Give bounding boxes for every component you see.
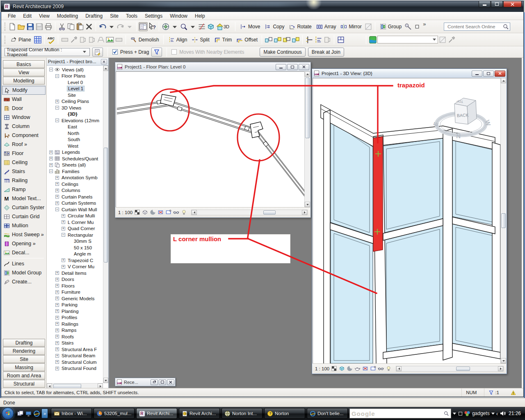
collapse-icon[interactable]: −	[49, 68, 53, 71]
expand-icon[interactable]: +	[55, 347, 59, 351]
expand-icon[interactable]: +	[55, 195, 59, 199]
work-plane-button[interactable]: Plane	[8, 35, 33, 44]
expand-icon[interactable]: +	[55, 278, 59, 281]
collapse-icon[interactable]: −	[55, 106, 59, 110]
menu-modelling[interactable]: Modelling	[54, 12, 81, 20]
context-help-icon[interactable]: ?	[148, 22, 157, 31]
expand-icon[interactable]: +	[55, 189, 59, 192]
tree-item-railings[interactable]: +Railings	[47, 321, 103, 327]
tree-item-views-all[interactable]: −Views (all)	[47, 66, 103, 73]
child3d-minimize-icon[interactable]	[472, 71, 482, 77]
tree-item-floors[interactable]: +Floors	[47, 283, 103, 289]
split-face-icon[interactable]	[336, 35, 345, 44]
tree-item-structural-beam[interactable]: +Structural Beam	[47, 353, 103, 359]
tree-item-profiles[interactable]: +Profiles	[47, 315, 103, 321]
browser-vertical-scrollbar[interactable]	[103, 66, 108, 383]
default-3d-view-icon[interactable]	[215, 22, 224, 31]
paste-icon[interactable]	[75, 22, 84, 31]
fp-scroll-down-icon[interactable]	[305, 202, 310, 207]
design-tab-massing[interactable]: Massing	[3, 363, 45, 371]
menu-tools[interactable]: Tools	[123, 12, 141, 20]
menu-settings[interactable]: Settings	[142, 12, 166, 20]
sidebar-item-curtain-grid[interactable]: Curtain Grid	[1, 212, 46, 221]
scroll-up-icon[interactable]	[103, 66, 108, 71]
fp-hscroll-thumb[interactable]	[263, 210, 276, 215]
filter-button[interactable]	[151, 48, 162, 57]
tree-item-curtain-wall-mull[interactable]: −Curtain Wall Mull	[47, 206, 103, 213]
fp-scroll-right-icon[interactable]	[302, 210, 307, 215]
thin-lines-icon[interactable]	[197, 22, 206, 31]
sidebar-item-roof[interactable]: Roof »	[1, 140, 46, 149]
tree-item-structural-area-f[interactable]: +Structural Area F	[47, 346, 103, 353]
child-close-icon[interactable]	[299, 64, 309, 70]
tree-item-curtain-panels[interactable]: +Curtain Panels	[47, 194, 103, 200]
tree-item-elevations-12mm[interactable]: −Elevations (12mm	[47, 117, 103, 124]
volume-icon[interactable]	[500, 410, 506, 417]
toolbar-grip-2[interactable]	[5, 36, 6, 44]
view-3d-canvas[interactable]: E W N TOP BACK	[313, 78, 501, 364]
tree-item-columns[interactable]: +Columns	[47, 187, 103, 194]
sidebar-item-component[interactable]: Component	[1, 131, 46, 140]
reveal-hidden-icon-3d[interactable]	[378, 365, 384, 372]
toolbar-overflow-chevron[interactable]: »	[422, 21, 427, 27]
sidebar-item-lines[interactable]: Lines	[1, 259, 46, 268]
view-3d-hscrollbar[interactable]	[396, 366, 504, 372]
design-tab-rendering[interactable]: Rendering	[3, 347, 45, 355]
new-document-icon[interactable]	[8, 22, 17, 31]
expand-icon[interactable]: +	[55, 341, 59, 345]
tree-item-generic-models[interactable]: +Generic Models	[47, 295, 103, 302]
restore-group-icon[interactable]	[413, 22, 422, 31]
sidebar-item-model-text[interactable]: MModel Text...	[1, 194, 46, 203]
taskbar-task-6-don-t-belie[interactable]: Don't belie...	[307, 408, 348, 419]
expand-icon[interactable]: +	[49, 151, 53, 154]
edit-cuts-icon[interactable]	[314, 35, 323, 44]
deskbar-search-icon[interactable]	[443, 411, 449, 416]
floor-plan-titlebar[interactable]: RVT Project1 - Floor Plan: Level 0	[115, 62, 310, 71]
child3d-maximize-icon[interactable]	[483, 71, 494, 77]
tree-item-planting[interactable]: +Planting	[47, 308, 103, 315]
sidebar-item-host-sweep[interactable]: Host Sweep »	[1, 230, 46, 239]
expand-icon[interactable]: +	[55, 284, 59, 288]
expand-icon[interactable]: +	[55, 322, 59, 326]
internet-explorer-icon[interactable]	[33, 410, 40, 417]
design-tab-structural[interactable]: Structural	[3, 380, 45, 388]
tree-item-site[interactable]: Site	[47, 92, 103, 98]
start-button[interactable]	[2, 407, 14, 420]
sidebar-item-decal[interactable]: Decal...	[1, 248, 46, 257]
open-icon[interactable]	[17, 22, 26, 31]
v3-scroll-left-icon[interactable]	[396, 366, 402, 371]
expand-icon[interactable]: +	[55, 309, 59, 313]
project-browser-toggle-icon[interactable]	[139, 22, 148, 31]
taskbar-task-4-norton-int[interactable]: Norton Int...	[221, 408, 262, 419]
spelling-icon[interactable]: ABC	[47, 35, 56, 44]
make-continuous-button[interactable]: Make Continuous	[260, 48, 305, 57]
shadows-icon[interactable]	[150, 209, 156, 215]
paint-icon[interactable]	[105, 35, 114, 44]
split-button[interactable]: Split	[189, 35, 211, 44]
v3-hscroll-thumb[interactable]	[456, 367, 470, 371]
fp-scroll-up-icon[interactable]	[305, 71, 310, 77]
expand-icon[interactable]: +	[49, 163, 53, 167]
view-3d-window[interactable]: RVT Project1 - 3D View: {3D}	[312, 68, 507, 374]
sidebar-item-create[interactable]: Create...	[1, 277, 46, 286]
expand-icon[interactable]: +	[55, 354, 59, 358]
collapse-icon[interactable]: −	[49, 169, 53, 173]
demolish-button[interactable]: Demolish	[128, 35, 161, 44]
tree-item-west[interactable]: West	[47, 143, 103, 149]
v3-vscroll-thumb[interactable]	[501, 213, 506, 228]
expand-icon[interactable]: +	[55, 297, 59, 300]
v3-scroll-down-icon[interactable]	[501, 358, 506, 363]
expand-icon[interactable]: +	[55, 303, 59, 307]
tree-item-parking[interactable]: +Parking	[47, 302, 103, 308]
window-switcher-icon[interactable]	[17, 410, 24, 417]
tree-item-v-corner-mu[interactable]: +V Corner Mu	[47, 264, 103, 270]
reveal-hidden-icon[interactable]	[173, 209, 179, 215]
taskbar-task-0-inbox-wi[interactable]: Inbox - Wi...	[51, 408, 92, 419]
tree-item-trapezoid-c[interactable]: +Trapezoid C	[47, 257, 103, 264]
view-3d-scale[interactable]: 1 : 100	[315, 366, 329, 371]
scroll-down-icon[interactable]	[103, 378, 108, 383]
tree-item-ceilings[interactable]: +Ceilings	[47, 181, 103, 187]
floor-plan-window[interactable]: RVT Project1 - Floor Plan: Level 0	[115, 62, 311, 218]
view-3d-vscrollbar[interactable]	[500, 78, 506, 363]
pin-icon[interactable]	[404, 22, 413, 31]
